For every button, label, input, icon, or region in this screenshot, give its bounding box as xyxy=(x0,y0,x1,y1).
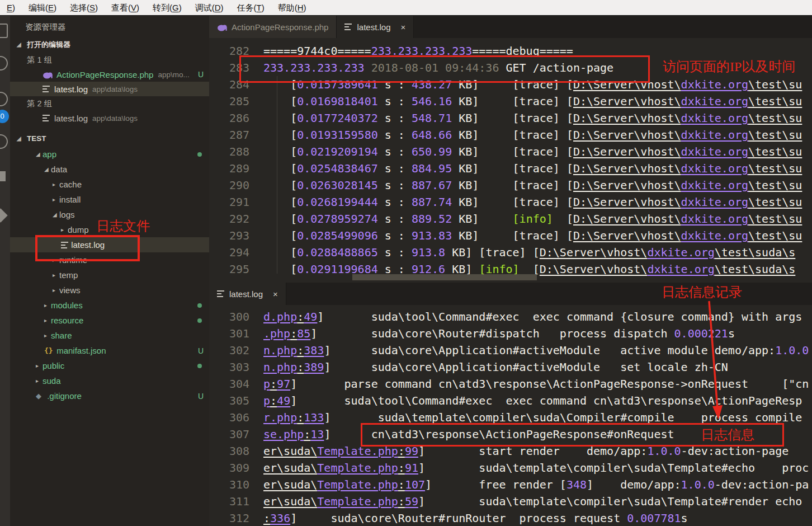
tree-item-install[interactable]: ▸install xyxy=(10,192,209,207)
log-line[interactable]: 303n.php:389] suda\core\Application#acti… xyxy=(209,359,812,375)
log-line[interactable]: 287 [0.0193159580 s : 648.66 KB] [trace]… xyxy=(209,126,812,143)
log-line[interactable]: 289 [0.0254838467 s : 884.95 KB] [trace]… xyxy=(209,160,812,177)
horizontal-scrollbar[interactable] xyxy=(352,274,537,280)
line-number: 302 xyxy=(209,342,249,359)
log-line[interactable]: 285 [0.0169818401 s : 546.16 KB] [trace]… xyxy=(209,93,812,110)
json-icon: {} xyxy=(44,346,54,355)
menu-item-debug[interactable]: 调试(D) xyxy=(188,0,230,16)
tree-item-data[interactable]: ◢data xyxy=(10,162,209,177)
menu-item-tasks[interactable]: 任务(T) xyxy=(230,0,271,16)
log-line[interactable]: 312:336] suda\core\Router#runRouter proc… xyxy=(209,510,812,526)
log-line[interactable]: 309er\suda\Template.php:91] suda\templat… xyxy=(209,459,812,476)
files-icon[interactable] xyxy=(0,24,8,38)
open-editor-item[interactable]: ActionPageResponse.phpapp\mo...U xyxy=(10,67,209,82)
line-content: n.php:383] suda\core\Application#activeM… xyxy=(249,342,809,359)
line-content: [0.0263028145 s : 887.67 KB] [trace] [D:… xyxy=(249,177,802,194)
tree-item-label: app xyxy=(43,149,56,159)
tab-latest-log[interactable]: latest.log× xyxy=(337,16,414,38)
log-line[interactable]: 305p:49] suda\tool\Command#exec exec com… xyxy=(209,392,812,409)
tree-item-label: resource xyxy=(51,316,83,325)
log-line[interactable]: 286 [0.0177240372 s : 548.71 KB] [trace]… xyxy=(209,110,812,126)
close-icon[interactable]: × xyxy=(401,22,406,32)
editor-group-label-1: 第 1 组 xyxy=(10,53,209,67)
log-line[interactable]: 291 [0.0268199444 s : 887.74 KB] [trace]… xyxy=(209,194,812,210)
tree-item-latest-log[interactable]: latest.log xyxy=(10,237,209,252)
tree-root-header[interactable]: ◢ TEST xyxy=(10,130,209,147)
activity-bar[interactable]: 0 xyxy=(0,16,10,526)
line-content: =====9744c0=====233.233.233.233=====debu… xyxy=(249,43,573,59)
log-line[interactable]: 294 [0.0288488865 s : 913.8 KB] [trace] … xyxy=(209,244,812,261)
open-editor-item[interactable]: latest.logapp\data\logs xyxy=(10,82,209,96)
menu-item-help[interactable]: 帮助(H) xyxy=(271,0,313,16)
tree-item-resource[interactable]: ▸resource xyxy=(10,313,209,328)
tree-item-label: temp xyxy=(59,270,78,280)
line-number: 283 xyxy=(209,59,249,76)
log-line[interactable]: 283233.233.233.233 2018-08-01 09:44:36 G… xyxy=(209,59,812,76)
tree-item-manifast-json[interactable]: {} manifast.jsonU xyxy=(10,343,209,358)
tree-item-temp[interactable]: ▸temp xyxy=(10,267,209,283)
debug-icon[interactable] xyxy=(0,134,8,149)
tree-item-suda[interactable]: ▸suda xyxy=(10,373,209,388)
log-line[interactable]: 311er\suda\Template.php:59] suda\templat… xyxy=(209,493,812,510)
menu-item-view[interactable]: 查看(V) xyxy=(105,0,146,16)
line-number: 310 xyxy=(209,476,249,493)
menu-item-selection[interactable]: 选择(S) xyxy=(63,0,105,16)
log-line[interactable]: 308er\suda\Template.php:99] start render… xyxy=(209,443,812,459)
log-line[interactable]: 301.php:85] suda\core\Router#dispatch pr… xyxy=(209,325,812,342)
log-file-icon xyxy=(217,290,225,297)
line-content: [0.0157389641 s : 438.27 KB] [trace] [D:… xyxy=(249,76,802,93)
source-control-icon[interactable] xyxy=(0,92,8,106)
log-line[interactable]: 310er\suda\Template.php:107] free render… xyxy=(209,476,812,493)
menu-item-edit[interactable]: 编辑(E) xyxy=(22,0,63,16)
explorer-sidebar: 资源管理器 ◢ 打开的编辑器 第 1 组ActionPageResponse.p… xyxy=(10,16,209,526)
tree-item-cache[interactable]: ▸cache xyxy=(10,177,209,192)
chevron-collapsed-icon: ▸ xyxy=(44,332,51,339)
search-icon[interactable] xyxy=(0,56,8,71)
vscode-window: E)编辑(E)选择(S)查看(V)转到(G)调试(D)任务(T)帮助(H) 0 … xyxy=(0,0,812,526)
tree-item-logs[interactable]: ◢logs xyxy=(10,207,209,222)
log-line[interactable]: 300d.php:49] suda\tool\Command#exec exec… xyxy=(209,308,812,325)
line-content: .php:85] suda\core\Router#dispatch proce… xyxy=(249,325,735,342)
tree-item-modules[interactable]: ▸modules xyxy=(10,298,209,313)
extensions-icon[interactable] xyxy=(0,171,6,181)
tree-item-label: cache xyxy=(59,180,82,189)
tab-latest-log[interactable]: latest.log× xyxy=(209,283,286,305)
tree-item-app[interactable]: ◢app xyxy=(10,147,209,162)
log-line[interactable]: 307se.php:13] cn\atd3\response\ActionPag… xyxy=(209,426,812,443)
log-line[interactable]: 304p:97] parse command cn\atd3\response\… xyxy=(209,375,812,392)
top-log-pane[interactable]: 282=====9744c0=====233.233.233.233=====d… xyxy=(209,38,812,283)
bottom-log-pane[interactable]: 300d.php:49] suda\tool\Command#exec exec… xyxy=(209,305,812,526)
tab-actionpageresponse-php[interactable]: ActionPageResponse.php xyxy=(209,16,337,38)
line-number: 286 xyxy=(209,110,249,126)
open-editor-item[interactable]: latest.logapp\data\logs xyxy=(10,111,209,125)
line-number: 311 xyxy=(209,493,249,510)
log-line[interactable]: 284 [0.0157389641 s : 438.27 KB] [trace]… xyxy=(209,76,812,93)
tree-item-gitignore[interactable]: ◆ .gitignoreU xyxy=(10,388,209,403)
line-content: er\suda\Template.php:107] free render [3… xyxy=(249,476,809,493)
plugin-icon[interactable] xyxy=(0,208,8,222)
modified-dot-badge xyxy=(197,318,202,323)
line-content: [0.0268199444 s : 887.74 KB] [trace] [D:… xyxy=(249,194,802,210)
open-editors-header[interactable]: ◢ 打开的编辑器 xyxy=(10,37,209,53)
tree-item-views[interactable]: ▸views xyxy=(10,283,209,298)
menu-item-partial[interactable]: E) xyxy=(0,0,22,16)
tree-item-dump[interactable]: ▸dump xyxy=(10,222,209,237)
tree-item-runtime[interactable]: ▸runtime xyxy=(10,252,209,267)
close-icon[interactable]: × xyxy=(273,289,278,299)
tree-item-label: data xyxy=(51,165,67,174)
chevron-expanded-icon: ◢ xyxy=(53,212,59,218)
log-line[interactable]: 288 [0.0219209194 s : 650.99 KB] [trace]… xyxy=(209,143,812,160)
tree-item-share[interactable]: ▸share xyxy=(10,328,209,343)
log-line[interactable]: 282=====9744c0=====233.233.233.233=====d… xyxy=(209,43,812,59)
log-line[interactable]: 302n.php:383] suda\core\Application#acti… xyxy=(209,342,812,359)
tree-item-public[interactable]: ▸public xyxy=(10,358,209,373)
log-line[interactable]: 306r.php:133] suda\template\compiler\sud… xyxy=(209,409,812,426)
file-name: latest.log xyxy=(54,84,88,94)
log-line[interactable]: 292 [0.0278959274 s : 889.52 KB] [info] … xyxy=(209,210,812,227)
log-line[interactable]: 290 [0.0263028145 s : 887.67 KB] [trace]… xyxy=(209,177,812,194)
log-line[interactable]: 293 [0.0285499096 s : 913.83 KB] [trace]… xyxy=(209,227,812,244)
file-path: app\mo... xyxy=(158,71,189,79)
tree-item-label: install xyxy=(59,195,81,204)
menu-item-goto[interactable]: 转到(G) xyxy=(146,0,188,16)
editor-area: ActionPageResponse.phplatest.log× 282===… xyxy=(209,16,812,526)
